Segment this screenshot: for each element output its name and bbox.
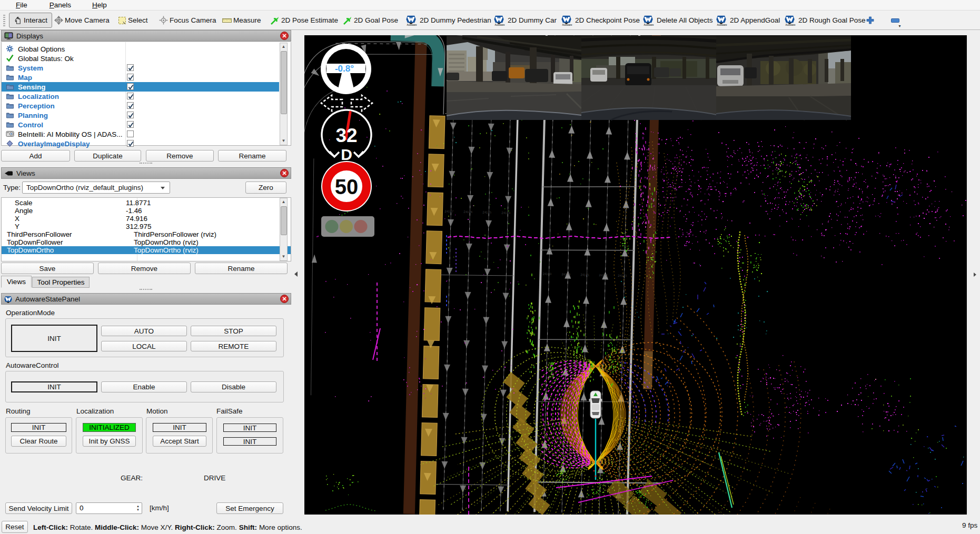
- svg-text:-0.8°: -0.8°: [335, 64, 354, 74]
- svg-text:24177: 24177: [444, 210, 453, 213]
- svg-text:24175: 24175: [482, 210, 491, 214]
- svg-text:32: 32: [335, 125, 357, 146]
- svg-text:24170: 24170: [561, 273, 570, 276]
- svg-text:24171: 24171: [580, 273, 589, 276]
- svg-text:24172: 24172: [599, 274, 608, 277]
- svg-text:24173: 24173: [618, 274, 627, 277]
- svg-text:24174: 24174: [501, 211, 510, 214]
- svg-text:D: D: [341, 146, 352, 163]
- svg-text:24176: 24176: [463, 210, 472, 214]
- svg-text:24169: 24169: [542, 272, 551, 275]
- svg-text:50: 50: [335, 175, 359, 198]
